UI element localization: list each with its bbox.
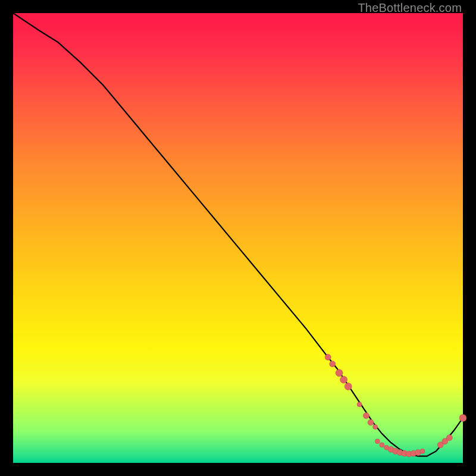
curve-marker — [446, 435, 452, 441]
curve-marker — [375, 439, 380, 444]
plot-area — [13, 13, 463, 463]
curve-marker — [373, 425, 378, 430]
curve-svg — [13, 13, 463, 463]
curve-marker — [336, 369, 343, 377]
curve-marker — [363, 413, 369, 419]
curve-marker — [459, 414, 466, 421]
curve-marker — [380, 443, 384, 447]
curve-marker — [345, 383, 352, 390]
curve-marker — [325, 354, 331, 360]
chart-frame: TheBottleneck.com — [0, 0, 476, 476]
curve-marker — [420, 449, 425, 453]
curve-marker — [330, 361, 336, 367]
curve-markers — [325, 354, 466, 457]
bottleneck-curve — [13, 13, 463, 456]
curve-marker — [357, 402, 362, 407]
curve-marker — [368, 419, 374, 425]
curve-marker — [340, 376, 347, 383]
